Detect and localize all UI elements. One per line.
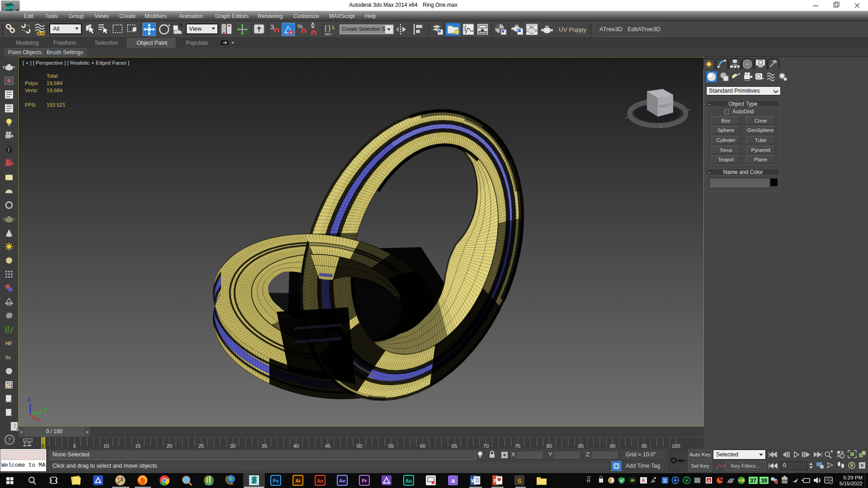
svg-text:70: 70 [483, 443, 489, 449]
svg-text:15: 15 [135, 443, 141, 449]
svg-text:ATree3D: ATree3D [599, 26, 623, 33]
svg-text:5: 5 [73, 443, 76, 449]
svg-text:S: S [518, 478, 522, 484]
svg-text:Ps: Ps [273, 478, 278, 483]
svg-text:75: 75 [515, 443, 521, 449]
svg-text:Create Selection Se: Create Selection Se [342, 26, 388, 32]
svg-text:100: 100 [671, 443, 680, 449]
svg-text:FPS:: FPS: [25, 102, 37, 108]
svg-text:0x: 0x [5, 355, 11, 360]
svg-text:[ + ] [ Perspective ] [ Realis: [ + ] [ Perspective ] [ Realistic + Edge… [23, 60, 129, 66]
svg-text:H: H [587, 479, 590, 483]
svg-text:55: 55 [388, 443, 394, 449]
svg-text:Pr: Pr [362, 478, 367, 483]
svg-text:Polys:: Polys: [25, 80, 39, 86]
svg-text:{ }: { } [325, 24, 331, 32]
svg-text:85: 85 [578, 443, 584, 449]
svg-text:z: z [28, 397, 30, 403]
svg-text:19,584: 19,584 [47, 80, 63, 86]
svg-text:y: y [44, 406, 47, 413]
svg-text:Ai: Ai [296, 478, 301, 483]
svg-text:a: a [451, 477, 455, 484]
svg-text:65: 65 [452, 443, 458, 449]
svg-text:5/15/2022: 5/15/2022 [840, 481, 863, 486]
svg-text:45: 45 [325, 443, 331, 449]
svg-text:37: 37 [750, 478, 756, 484]
svg-text:19,584: 19,584 [47, 88, 63, 93]
svg-text:文: 文 [663, 479, 667, 483]
svg-text:60: 60 [420, 443, 426, 449]
svg-text:Au: Au [406, 478, 412, 483]
svg-text:3: 3 [270, 23, 274, 31]
svg-text:HF: HF [5, 341, 12, 346]
svg-text:?: ? [8, 436, 11, 443]
svg-text:View: View [189, 25, 202, 32]
svg-text:35: 35 [262, 443, 268, 449]
svg-text:All: All [53, 25, 60, 32]
svg-text:30: 30 [230, 443, 236, 449]
svg-text:153.521: 153.521 [47, 102, 66, 108]
svg-text:40: 40 [293, 443, 299, 449]
svg-text:%: % [297, 23, 303, 30]
svg-text:25: 25 [198, 443, 204, 449]
svg-text:39: 39 [761, 478, 767, 484]
svg-text:Total: Total [47, 73, 57, 79]
svg-text:W: W [471, 478, 476, 483]
svg-text:Verts:: Verts: [25, 88, 38, 93]
svg-text:ABC: ABC [325, 32, 332, 36]
svg-text:20: 20 [167, 443, 173, 449]
svg-text:An: An [317, 478, 324, 483]
svg-text:A: A [642, 478, 645, 483]
svg-text:10: 10 [104, 443, 109, 449]
svg-text:A: A [708, 479, 711, 483]
svg-text:UV Puppy: UV Puppy [559, 26, 586, 33]
svg-text:90: 90 [610, 443, 616, 449]
svg-text:95: 95 [642, 443, 647, 449]
svg-text:Ae: Ae [339, 478, 345, 483]
svg-text:P: P [494, 478, 497, 483]
svg-text:5:29 PM: 5:29 PM [843, 475, 863, 480]
svg-text:50: 50 [357, 443, 363, 449]
svg-text:80: 80 [547, 443, 552, 449]
svg-text:EditATree3D: EditATree3D [627, 26, 660, 33]
